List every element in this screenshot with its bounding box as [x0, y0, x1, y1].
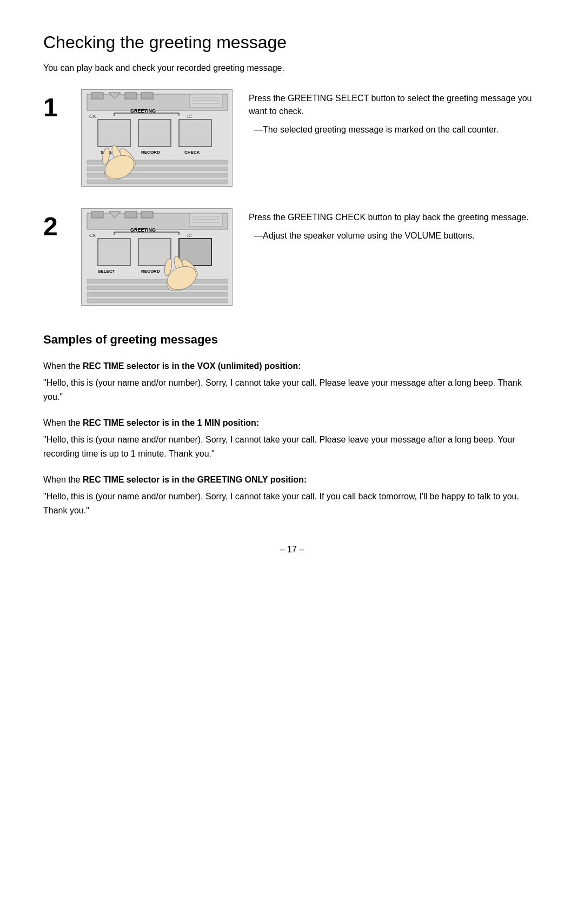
sample-3-heading-prefix: When the — [43, 475, 83, 484]
sample-2-heading-prefix: When the — [43, 418, 83, 427]
step-2-image: CK GREETING IC SELECT RECORD CHE — [81, 208, 233, 306]
sample-1-heading: When the REC TIME selector is in the VOX… — [43, 360, 541, 373]
svg-rect-47 — [98, 239, 130, 266]
svg-text:CK: CK — [89, 114, 96, 119]
step-1: 1 CK GREETING — [43, 89, 541, 187]
svg-rect-56 — [87, 299, 228, 303]
sample-2-heading: When the REC TIME selector is in the 1 M… — [43, 417, 541, 430]
svg-rect-36 — [141, 212, 153, 218]
step-2-sub-instruction: —Adjust the speaker volume using the VOL… — [254, 229, 541, 242]
intro-text: You can play back and check your recorde… — [43, 63, 541, 73]
svg-rect-4 — [125, 93, 137, 99]
sample-2-body: "Hello, this is (your name and/or number… — [43, 433, 541, 460]
svg-rect-48 — [138, 239, 171, 266]
svg-text:IC: IC — [187, 233, 193, 238]
page-number: – 17 – — [43, 545, 541, 555]
sample-item-1min: When the REC TIME selector is in the 1 M… — [43, 417, 541, 460]
samples-section: Samples of greeting messages When the RE… — [43, 327, 541, 518]
svg-text:GREETING: GREETING — [130, 108, 156, 114]
svg-text:CK: CK — [89, 233, 96, 238]
step-1-main-instruction: Press the GREETING SELECT button to sele… — [249, 92, 541, 118]
svg-text:SELECT: SELECT — [98, 269, 115, 274]
svg-text:CHECK: CHECK — [184, 150, 200, 155]
step-1-number: 1 — [43, 95, 65, 121]
svg-text:RECORD: RECORD — [141, 150, 160, 155]
sample-2-heading-bold: REC TIME selector is in the 1 MIN positi… — [83, 418, 259, 427]
svg-rect-25 — [87, 180, 228, 184]
page-title: Checking the greeting message — [43, 32, 541, 52]
svg-text:IC: IC — [187, 114, 193, 119]
svg-rect-35 — [125, 212, 137, 218]
svg-rect-16 — [98, 120, 130, 147]
step-2: 2 CK GREETING — [43, 208, 541, 306]
sample-3-heading: When the REC TIME selector is in the GRE… — [43, 473, 541, 486]
sample-3-heading-bold: REC TIME selector is in the GREETING ONL… — [83, 475, 307, 484]
sample-1-heading-bold: REC TIME selector is in the VOX (unlimit… — [83, 361, 301, 371]
svg-rect-55 — [87, 292, 228, 296]
step-2-main-instruction: Press the GREETING CHECK button to play … — [249, 211, 541, 224]
samples-title: Samples of greeting messages — [43, 333, 541, 347]
sample-item-greeting-only: When the REC TIME selector is in the GRE… — [43, 473, 541, 517]
step-2-number: 2 — [43, 214, 65, 240]
svg-rect-54 — [87, 286, 228, 290]
svg-text:RECORD: RECORD — [141, 269, 160, 274]
svg-rect-18 — [179, 120, 211, 147]
sample-3-body: "Hello, this is (your name and/or number… — [43, 490, 541, 517]
svg-rect-53 — [87, 279, 228, 283]
step-1-sub-instruction: —The selected greeting message is marked… — [254, 123, 541, 136]
svg-rect-17 — [138, 120, 171, 147]
step-2-text: Press the GREETING CHECK button to play … — [249, 208, 541, 246]
svg-text:GREETING: GREETING — [130, 227, 156, 233]
sample-1-heading-prefix: When the — [43, 361, 83, 371]
sample-item-vox: When the REC TIME selector is in the VOX… — [43, 360, 541, 404]
svg-rect-33 — [91, 212, 103, 218]
svg-rect-5 — [141, 93, 153, 99]
step-1-text: Press the GREETING SELECT button to sele… — [249, 89, 541, 140]
sample-1-body: "Hello, this is (your name and/or number… — [43, 376, 541, 404]
step-1-image: CK GREETING IC SELE RECORD CHECK — [81, 89, 233, 187]
svg-rect-2 — [91, 93, 103, 99]
